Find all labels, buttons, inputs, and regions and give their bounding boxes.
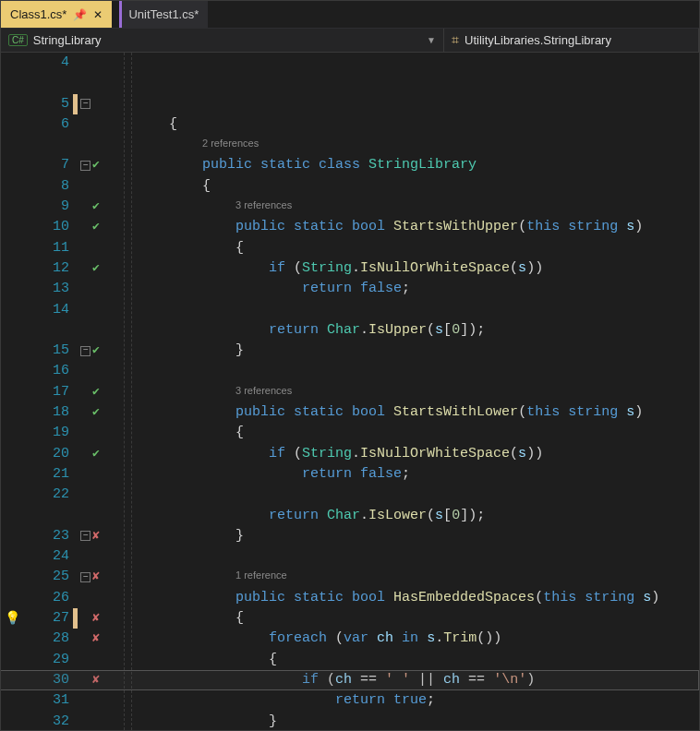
line-number: 16: [1, 361, 69, 381]
code-line[interactable]: if (String.IsNullOrWhiteSpace(s)): [128, 444, 699, 464]
code-line[interactable]: public static bool HasEmbeddedSpaces(thi…: [128, 588, 699, 608]
nav-bar: C# StringLibrary ▼ ⌗ UtilityLibraries.St…: [1, 29, 699, 53]
line-number: 25: [1, 567, 69, 587]
line-number: 24: [1, 546, 69, 567]
fold-toggle[interactable]: −: [80, 161, 91, 171]
test-pass-icon: ✔︎: [92, 217, 100, 237]
test-pass-icon: ✔︎: [92, 444, 100, 464]
line-number: 5: [1, 94, 69, 114]
code-line[interactable]: {: [128, 176, 699, 197]
line-number: 13: [1, 279, 69, 299]
test-pass-icon: ✔︎: [92, 197, 100, 217]
line-number: 31: [1, 690, 69, 711]
test-fail-icon: ✘: [92, 608, 100, 629]
line-number: 18: [1, 402, 69, 423]
code-line[interactable]: }: [128, 526, 699, 546]
tab-unittest1[interactable]: UnitTest1.cs*: [119, 1, 208, 28]
fold-toggle[interactable]: −: [80, 572, 91, 582]
code-line[interactable]: return false;: [128, 279, 699, 299]
code-line[interactable]: {: [128, 423, 699, 443]
code-line[interactable]: {: [128, 238, 699, 258]
nav-type-label: UtilityLibraries.StringLibrary: [465, 33, 611, 47]
tab-class1[interactable]: Class1.cs* 📌 ✕: [1, 1, 112, 28]
close-icon[interactable]: ✕: [93, 8, 103, 21]
line-number: 22: [1, 485, 69, 505]
line-number: 23: [1, 526, 69, 546]
code-line[interactable]: {: [128, 650, 699, 670]
line-number: 15: [1, 341, 69, 361]
test-pass-icon: ✔︎: [92, 341, 100, 361]
fold-toggle[interactable]: −: [80, 531, 91, 541]
code-line[interactable]: [128, 546, 699, 567]
chevron-down-icon: ▼: [427, 35, 436, 45]
fold-toggle[interactable]: −: [80, 346, 91, 356]
test-fail-icon: ✘: [92, 670, 100, 690]
lightbulb-icon[interactable]: 💡: [5, 608, 20, 629]
line-number: 4: [1, 53, 69, 73]
code-line[interactable]: public static bool StartsWithUpper(this …: [128, 217, 699, 237]
line-number: 12: [1, 258, 69, 279]
code-line[interactable]: [128, 361, 699, 381]
code-line[interactable]: [128, 300, 699, 320]
glyph-margin: −−✔︎✔︎✔︎✔︎−✔︎✔︎✔︎✔︎−✘−✘💡✘✘✘: [78, 53, 125, 730]
test-pass-icon: ✔︎: [92, 258, 100, 279]
test-fail-icon: ✘: [92, 567, 100, 587]
codelens-link[interactable]: 3 references: [128, 197, 699, 217]
code-line[interactable]: return false;: [128, 464, 699, 485]
code-line[interactable]: if (String.IsNullOrWhiteSpace(s)): [128, 258, 699, 279]
line-number: 9: [1, 197, 69, 217]
code-line[interactable]: public static class StringLibrary: [128, 155, 699, 175]
line-number: 21: [1, 464, 69, 485]
code-line[interactable]: return Char.IsLower(s[0]);: [128, 506, 699, 526]
line-number: 6: [1, 114, 69, 135]
test-pass-icon: ✔︎: [92, 382, 100, 402]
line-number: 20: [1, 444, 69, 464]
tab-strip: Class1.cs* 📌 ✕ UnitTest1.cs*: [1, 1, 699, 29]
line-number: 30: [1, 670, 69, 690]
line-number: 26: [1, 588, 69, 608]
line-number: 28: [1, 629, 69, 649]
line-number: 11: [1, 238, 69, 258]
nav-namespace-label: StringLibrary: [33, 33, 102, 47]
code-line[interactable]: {: [128, 114, 699, 135]
test-fail-icon: ✘: [92, 526, 100, 546]
code-area[interactable]: {2 referencespublic static class StringL…: [125, 53, 699, 730]
line-number: 10: [1, 217, 69, 237]
class-icon: ⌗: [452, 32, 459, 48]
line-number: 19: [1, 423, 69, 443]
test-fail-icon: ✘: [92, 629, 100, 649]
test-pass-icon: ✔︎: [92, 402, 100, 423]
nav-namespace-dropdown[interactable]: C# StringLibrary ▼: [1, 29, 444, 52]
tab-label: Class1.cs*: [10, 7, 66, 21]
codelens-link[interactable]: 3 references: [128, 382, 699, 402]
line-number: 14: [1, 300, 69, 320]
code-line[interactable]: [128, 485, 699, 505]
code-line[interactable]: if (ch == ' ' || ch == '\n'): [128, 670, 699, 690]
line-number: 29: [1, 650, 69, 670]
code-line[interactable]: return true;: [128, 690, 699, 711]
fold-toggle[interactable]: −: [80, 99, 91, 109]
pin-icon[interactable]: 📌: [73, 8, 87, 21]
code-line[interactable]: }: [128, 341, 699, 361]
csharp-icon: C#: [8, 34, 28, 46]
code-line[interactable]: }: [128, 712, 699, 732]
code-line[interactable]: foreach (var ch in s.Trim()): [128, 629, 699, 649]
line-number: 7: [1, 155, 69, 175]
codelens-link[interactable]: 1 reference: [128, 567, 699, 587]
codelens-link[interactable]: 2 references: [128, 135, 699, 155]
line-number: 32: [1, 712, 69, 732]
code-editor[interactable]: 4567891011121314151617181920212223242526…: [1, 53, 699, 730]
nav-type-dropdown[interactable]: ⌗ UtilityLibraries.StringLibrary: [444, 29, 699, 52]
line-number: 17: [1, 382, 69, 402]
line-number: 8: [1, 176, 69, 197]
code-line[interactable]: return Char.IsUpper(s[0]);: [128, 320, 699, 341]
code-line[interactable]: public static bool StartsWithLower(this …: [128, 402, 699, 423]
tab-label: UnitTest1.cs*: [128, 7, 199, 21]
code-line[interactable]: {: [128, 608, 699, 629]
test-pass-icon: ✔︎: [92, 155, 100, 175]
